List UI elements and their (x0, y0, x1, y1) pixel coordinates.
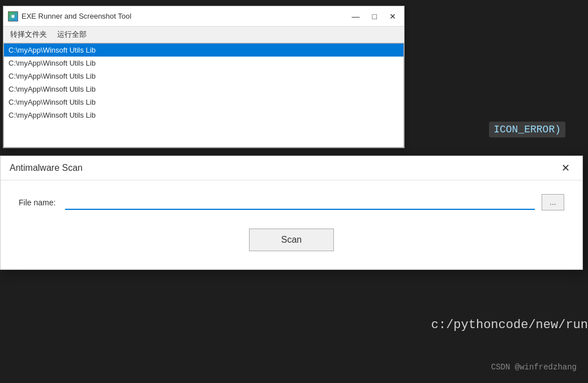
scan-button[interactable]: Scan (249, 229, 334, 251)
scan-dialog-titlebar: Antimalware Scan ✕ (1, 156, 582, 180)
scan-close-button[interactable]: ✕ (558, 162, 573, 174)
list-item[interactable]: C:\myApp\Winsoft Utils Lib (4, 70, 404, 83)
exe-app-icon: ▣ (8, 11, 18, 21)
list-item[interactable]: C:\myApp\Winsoft Utils Lib (4, 96, 404, 109)
exe-title: EXE Runner and Screenshot Tool (22, 12, 131, 20)
list-item[interactable]: C:\myApp\Winsoft Utils Lib (4, 109, 404, 122)
file-name-input[interactable] (65, 195, 535, 210)
exe-titlebar-left: ▣ EXE Runner and Screenshot Tool (8, 11, 131, 21)
list-item[interactable]: C:\myApp\Winsoft Utils Lib (4, 44, 404, 57)
exe-close-button[interactable]: ✕ (386, 11, 400, 21)
scan-dialog-body: File name: ... Scan (1, 180, 582, 269)
terminal-icon-error: ICON_ERROR) (489, 122, 565, 137)
exe-file-listbox[interactable]: C:\myApp\Winsoft Utils Lib C:\myApp\Wins… (3, 43, 404, 148)
file-name-row: File name: ... (19, 194, 564, 210)
exe-runner-window: ▣ EXE Runner and Screenshot Tool — □ ✕ 转… (3, 6, 405, 148)
minimize-button[interactable]: — (349, 11, 363, 21)
terminal-credit: CSDN @winfredzhang (491, 363, 577, 372)
exe-titlebar-controls: — □ ✕ (349, 11, 400, 21)
maximize-button[interactable]: □ (369, 11, 380, 21)
terminal-path: c:/pythoncode/new/run (431, 318, 588, 332)
menu-item-run-all[interactable]: 运行全部 (53, 28, 91, 41)
scan-button-row: Scan (19, 229, 564, 251)
exe-menubar: 转择文件夹 运行全部 (3, 27, 404, 43)
scan-dialog-title: Antimalware Scan (10, 163, 83, 173)
exe-titlebar: ▣ EXE Runner and Screenshot Tool — □ ✕ (3, 6, 404, 27)
list-item[interactable]: C:\myApp\Winsoft Utils Lib (4, 57, 404, 70)
file-name-label: File name: (19, 198, 58, 207)
browse-button[interactable]: ... (542, 194, 564, 210)
menu-item-select-folder[interactable]: 转择文件夹 (6, 28, 51, 41)
antimalware-scan-dialog: Antimalware Scan ✕ File name: ... Scan (0, 156, 583, 270)
list-item[interactable]: C:\myApp\Winsoft Utils Lib (4, 83, 404, 96)
